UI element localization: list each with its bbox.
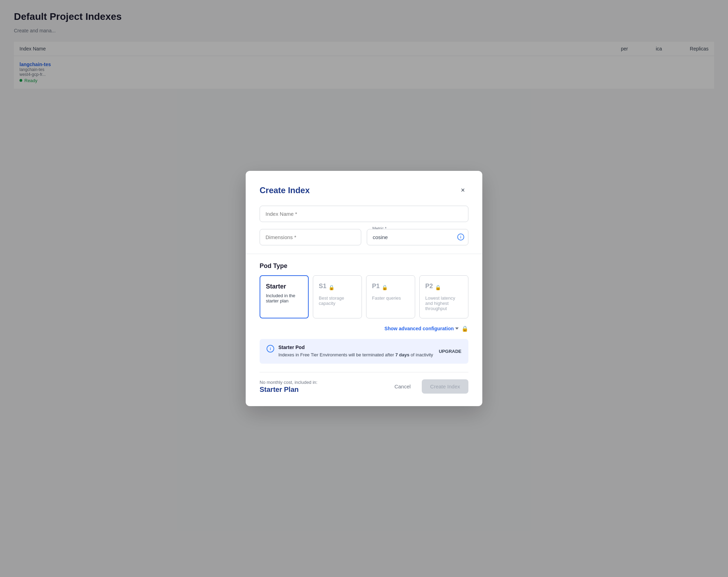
pod-p1-title: P1 <box>372 283 380 290</box>
pod-starter-title: Starter <box>266 283 302 290</box>
metric-select-container: cosine euclidean dotproduct i <box>367 229 468 245</box>
upgrade-button[interactable]: UPGRADE <box>439 349 461 354</box>
metric-info-icon: i <box>457 234 464 240</box>
pod-type-title: Pod Type <box>260 262 468 270</box>
advanced-config-button[interactable]: Show advanced configuration <box>385 326 459 331</box>
banner-desc-text: Indexes in Free Tier Environments will b… <box>278 352 394 357</box>
pod-grid: Starter Included in the starter plan S1 … <box>260 275 468 318</box>
pod-card-s1: S1 🔒 Best storage capacity <box>313 275 362 318</box>
pod-s1-title-row: S1 🔒 <box>319 283 356 293</box>
metric-icons: i <box>457 234 464 240</box>
advanced-lock-icon: 🔒 <box>461 325 468 332</box>
close-icon: × <box>461 186 465 194</box>
metric-select[interactable]: cosine euclidean dotproduct <box>367 229 468 245</box>
pod-s1-lock-icon: 🔒 <box>329 285 334 290</box>
pod-starter-desc: Included in the starter plan <box>266 293 302 303</box>
modal-title: Create Index <box>260 185 310 195</box>
modal-overlay: Create Index × Metric * cosine euclidean… <box>0 0 728 577</box>
advanced-config-row: Show advanced configuration 🔒 <box>260 325 468 332</box>
modal-footer: No monthly cost, included in: Starter Pl… <box>260 372 468 394</box>
pod-p1-desc: Faster queries <box>372 295 409 301</box>
advanced-config-label: Show advanced configuration <box>385 326 454 331</box>
pod-card-p1: P1 🔒 Faster queries <box>366 275 415 318</box>
chevron-down-icon <box>455 327 459 330</box>
pod-p1-lock-icon: 🔒 <box>382 285 388 290</box>
divider <box>246 254 482 254</box>
pod-s1-desc: Best storage capacity <box>319 295 356 306</box>
pod-p2-title-row: P2 🔒 <box>425 283 462 293</box>
banner-desc-after: of inactivity <box>411 352 433 357</box>
metric-wrapper: Metric * cosine euclidean dotproduct i <box>367 229 468 245</box>
banner-desc: Indexes in Free Tier Environments will b… <box>278 351 435 358</box>
pod-p2-title: P2 <box>425 283 433 290</box>
pod-p1-title-row: P1 🔒 <box>372 283 409 293</box>
cancel-button[interactable]: Cancel <box>387 380 418 393</box>
dimensions-input[interactable] <box>260 229 361 245</box>
footer-left: No monthly cost, included in: Starter Pl… <box>260 380 317 394</box>
banner-bold-text: 7 days <box>395 352 409 357</box>
dimensions-metric-row: Metric * cosine euclidean dotproduct i <box>260 229 468 245</box>
pod-card-starter[interactable]: Starter Included in the starter plan <box>260 275 309 318</box>
close-button[interactable]: × <box>457 185 468 196</box>
banner-title: Starter Pod <box>278 345 435 350</box>
dimensions-wrapper <box>260 229 361 245</box>
index-name-field-wrapper <box>260 206 468 222</box>
footer-plan-label: Starter Plan <box>260 386 317 394</box>
pod-card-p2: P2 🔒 Lowest latency and highest throughp… <box>419 275 468 318</box>
footer-actions: Cancel Create Index <box>387 379 468 394</box>
index-name-input[interactable] <box>260 206 468 222</box>
banner-info-icon: i <box>267 345 274 353</box>
create-index-button[interactable]: Create Index <box>422 379 468 394</box>
banner-content: Starter Pod Indexes in Free Tier Environ… <box>278 345 435 358</box>
info-banner: i Starter Pod Indexes in Free Tier Envir… <box>260 339 468 364</box>
modal: Create Index × Metric * cosine euclidean… <box>246 171 482 406</box>
pod-p2-desc: Lowest latency and highest throughput <box>425 295 462 311</box>
pod-s1-title: S1 <box>319 283 326 290</box>
modal-header: Create Index × <box>260 185 468 196</box>
pod-p2-lock-icon: 🔒 <box>435 285 441 290</box>
footer-cost-label: No monthly cost, included in: <box>260 380 317 385</box>
